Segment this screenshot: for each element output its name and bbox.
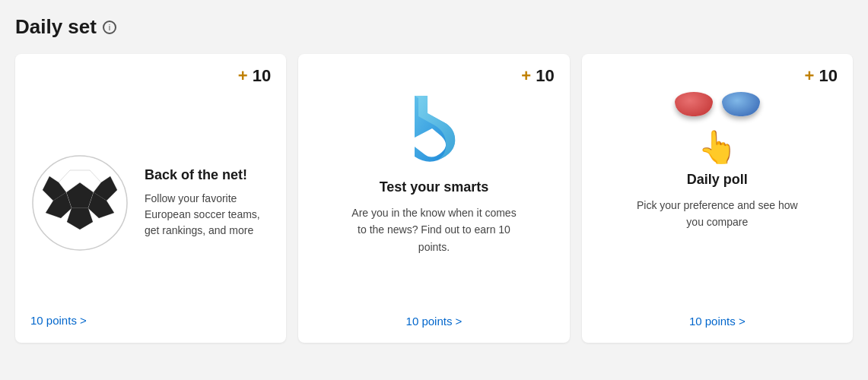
quiz-card-content: Test your smarts Are you in the know whe…	[313, 92, 554, 302]
soccer-card-text: Back of the net! Follow your favorite Eu…	[145, 167, 271, 239]
soccer-card-footer: 10 points >	[30, 299, 271, 328]
poll-button-icons	[675, 92, 760, 116]
quiz-card[interactable]: + 10 Test your s	[298, 54, 569, 343]
soccer-points-badge: + 10	[238, 66, 271, 86]
soccer-card[interactable]: + 10	[15, 54, 286, 343]
quiz-points-link[interactable]: 10 points >	[313, 302, 554, 328]
poll-card-description: Pick your preference and see how you com…	[634, 197, 801, 231]
poll-points-badge: + 10	[805, 66, 838, 86]
soccer-points-link[interactable]: 10 points >	[30, 302, 87, 327]
quiz-points-badge: + 10	[521, 66, 554, 86]
poll-buttons-visual: 👆	[675, 92, 760, 166]
poll-card-content: 👆 Daily poll Pick your preference and se…	[597, 92, 838, 302]
soccer-card-description: Follow your favorite European soccer tea…	[145, 191, 271, 239]
bing-logo-icon	[403, 92, 464, 164]
quiz-card-title: Test your smarts	[380, 179, 489, 195]
soccer-ball-icon	[30, 154, 129, 252]
page-title: Daily set	[15, 15, 97, 39]
poll-card-title: Daily poll	[687, 172, 748, 188]
info-icon[interactable]: i	[103, 21, 116, 34]
hand-pointer-icon: 👆	[675, 128, 760, 166]
poll-card[interactable]: + 10 👆 Daily poll Pick your preference a…	[582, 54, 853, 343]
page-header: Daily set i	[15, 15, 853, 39]
cards-container: + 10	[15, 54, 853, 343]
soccer-card-content: Back of the net! Follow your favorite Eu…	[30, 107, 271, 299]
red-button-icon	[675, 92, 713, 116]
soccer-card-title: Back of the net!	[145, 167, 271, 183]
quiz-card-description: Are you in the know when it comes to the…	[350, 204, 517, 255]
blue-button-icon	[722, 92, 760, 116]
poll-points-link[interactable]: 10 points >	[597, 302, 838, 328]
